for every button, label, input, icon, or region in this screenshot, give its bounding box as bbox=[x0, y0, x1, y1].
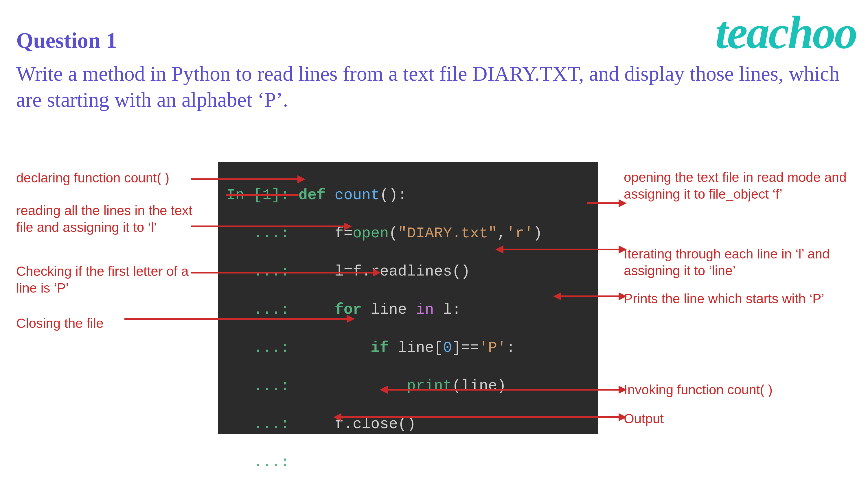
code-line-1: In [1]: def count(): bbox=[226, 184, 590, 207]
prompt-in-1: In [1]: bbox=[226, 187, 299, 204]
annotation-open: opening the text file in read mode and a… bbox=[624, 169, 861, 202]
annotation-declare: declaring function count( ) bbox=[16, 170, 207, 187]
question-number-heading: Question 1 bbox=[16, 28, 117, 53]
bracket-icon: [ bbox=[434, 339, 443, 356]
keyword-if: if bbox=[371, 339, 389, 356]
annotation-iterate: Iterating through each line in ‘l’ and a… bbox=[624, 246, 861, 279]
string-filename: "DIARY.txt" bbox=[398, 225, 497, 242]
equals-equals-icon: == bbox=[461, 339, 479, 356]
var-line: line bbox=[398, 339, 434, 356]
annotation-check: Checking if the first letter of a line i… bbox=[16, 263, 207, 296]
dot-icon: . bbox=[344, 416, 353, 433]
string-mode: 'r' bbox=[506, 225, 533, 242]
annotation-print: Prints the line which starts with ‘P’ bbox=[624, 291, 867, 307]
code-line-5: ...: if line[0]=='P': bbox=[226, 336, 590, 360]
annotation-readlines: reading all the lines in the text file a… bbox=[16, 202, 207, 236]
colon-icon: : bbox=[506, 339, 515, 356]
code-line-6: ...: print(line) bbox=[226, 375, 590, 398]
function-name-count: count bbox=[335, 187, 380, 204]
continuation-prompt: ...: bbox=[226, 416, 299, 433]
var-line: line bbox=[371, 301, 407, 318]
paren-icon: ) bbox=[407, 416, 416, 433]
continuation-prompt: ...: bbox=[226, 339, 299, 356]
colon-icon: : bbox=[452, 301, 461, 318]
annotation-output: Output bbox=[624, 411, 861, 427]
question-prompt: Write a method in Python to read lines f… bbox=[16, 61, 857, 113]
paren-icon: ) bbox=[389, 187, 398, 204]
keyword-def: def bbox=[299, 187, 326, 204]
literal-zero: 0 bbox=[443, 339, 452, 356]
continuation-prompt: ...: bbox=[226, 225, 299, 242]
paren-icon: ) bbox=[533, 225, 542, 242]
paren-icon: ) bbox=[461, 263, 470, 280]
paren-icon: ( bbox=[398, 416, 407, 433]
brand-logo: teachoo bbox=[715, 6, 857, 59]
keyword-in: in bbox=[416, 301, 434, 318]
code-line-8: ...: bbox=[226, 451, 590, 474]
colon-icon: : bbox=[398, 187, 407, 204]
method-readlines: readlines bbox=[371, 263, 452, 280]
var-line: line bbox=[461, 378, 497, 395]
paren-icon: ) bbox=[497, 378, 506, 395]
var-f: f bbox=[335, 225, 343, 242]
slide: teachoo Question 1 Write a method in Pyt… bbox=[0, 0, 868, 488]
paren-icon: ( bbox=[380, 187, 389, 204]
method-close: close bbox=[353, 416, 398, 433]
annotation-invoke: Invoking function count( ) bbox=[624, 382, 861, 398]
paren-icon: ( bbox=[389, 225, 398, 242]
code-block: In [1]: def count(): ...: f=open("DIARY.… bbox=[218, 162, 598, 434]
paren-icon: ( bbox=[452, 263, 461, 280]
annotation-close: Closing the file bbox=[16, 315, 207, 332]
continuation-prompt: ...: bbox=[226, 454, 299, 471]
comma-icon: , bbox=[497, 225, 506, 242]
continuation-prompt: ...: bbox=[226, 378, 299, 395]
bracket-icon: ] bbox=[452, 339, 461, 356]
continuation-prompt: ...: bbox=[226, 301, 299, 318]
var-l: l bbox=[443, 301, 452, 318]
builtin-print: print bbox=[407, 378, 452, 395]
builtin-open: open bbox=[353, 225, 389, 242]
paren-icon: ( bbox=[452, 378, 461, 395]
string-P: 'P' bbox=[479, 339, 506, 356]
